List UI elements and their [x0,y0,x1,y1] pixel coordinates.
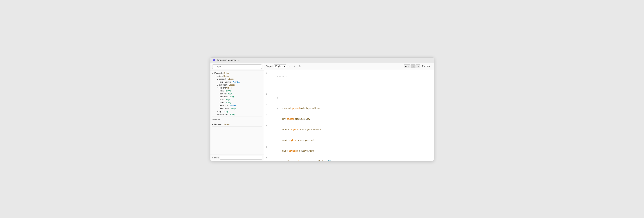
titlebar: Transform Message × [210,58,434,63]
dropdown-arrow-icon: ▾ [284,65,285,67]
tree-item-attributes[interactable]: Attributes : Object [210,123,264,126]
arrow-order [214,75,216,77]
fold-icon-4[interactable]: ⊖ [277,107,278,109]
code-line-7: 7 email: payload.order.buyer.email, [264,135,434,146]
variables-section[interactable]: Variables [210,118,264,121]
tree-item-email[interactable]: email : String [210,89,264,92]
payload-dropdown[interactable]: Payload ▾ [274,64,286,68]
tree-item-nationality[interactable]: nationality : String [210,107,264,110]
tree-item-shop[interactable]: shop : String [210,110,264,113]
tree-item-postCode[interactable]: postCode : Number [210,104,264,107]
preview-label: Preview [421,64,432,68]
tree-item-salesperson[interactable]: salesperson : String [210,113,264,116]
tree-item-state[interactable]: state : String [210,101,264,104]
divider-1 [212,117,262,117]
tree-item-city[interactable]: city : String [210,98,264,101]
search-wrapper: ⌕ [212,64,262,69]
mule-icon [213,59,216,62]
code-line-2: 2 --- [264,82,434,92]
arrow-payload [212,72,214,74]
code-line-4: 4 ⊖address1: payload.order.buyer.address… [264,103,434,114]
tree-item-payment[interactable]: payment : Object [210,83,264,86]
tree-panel: Payload : Object order : Object product … [210,70,264,155]
delete-icon[interactable]: 🗑 [298,65,302,68]
tree-item-buyer[interactable]: buyer : Object [210,86,264,89]
code-line-6: 6 country: payload.order.buyer.nationali… [264,124,434,135]
divider-3 [212,127,262,127]
context-label: Context [212,157,219,159]
view-single-btn[interactable]: ▭ [416,64,420,68]
code-line-1: 1 ⊖%dw 2.0 [264,71,434,82]
code-line-9: 9 postalCode: payload.order.buyer.postCo… [264,156,434,161]
context-area: Context [210,155,264,161]
view-split-vertical-btn[interactable]: ⊟⊟ [404,64,410,68]
output-label: Output [266,65,273,67]
code-line-8: 8 name: payload.order.buyer.name, [264,146,434,156]
code-editor[interactable]: 1 ⊖%dw 2.0 2 --- 3 ⊖{ [264,70,434,161]
fold-icon-1[interactable]: ⊖ [277,76,278,78]
tree-item-address[interactable]: address : String [210,95,264,98]
left-panel: ⌕ Payload : Object order : Object [210,63,264,161]
toolbar: Output Payload ▾ ⇄ ✎ 🗑 ⊟⊟ ⊟ ▭ Preview [264,63,434,70]
right-panel: Output Payload ▾ ⇄ ✎ 🗑 ⊟⊟ ⊟ ▭ Preview [264,63,434,161]
tree-item-product[interactable]: product : Object [210,77,264,80]
toolbar-icons: ⇄ ✎ 🗑 [288,65,302,68]
arrow-product [217,78,218,80]
main-content: ⌕ Payload : Object order : Object [210,63,434,161]
tree-item-name[interactable]: name : String [210,92,264,95]
tree-item-order[interactable]: order : Object [210,74,264,77]
arrow-attributes [212,124,213,126]
view-split-horizontal-btn[interactable]: ⊟ [410,64,415,68]
arrow-payment [217,84,218,86]
edit-icon[interactable]: ⇄ [288,65,291,68]
context-input[interactable] [220,156,262,160]
close-button[interactable]: × [238,59,240,61]
code-line-3: 3 ⊖{ [264,92,434,103]
window-title: Transform Message [217,59,236,61]
transform-message-window: Transform Message × ⌕ Payload : Object [210,57,434,161]
arrow-buyer [217,87,219,89]
code-line-5: 5 city: payload.order.buyer.city, [264,114,434,125]
search-input[interactable] [212,64,262,69]
tree-item-item_amount[interactable]: item_amount : Number [210,80,264,83]
pencil-icon[interactable]: ✎ [293,65,296,68]
tree-item-payload[interactable]: Payload : Object [210,72,264,74]
toolbar-right: ⊟⊟ ⊟ ▭ Preview [404,64,432,68]
search-bar: ⌕ [210,63,264,70]
fold-icon-3[interactable]: ⊖ [277,97,278,99]
